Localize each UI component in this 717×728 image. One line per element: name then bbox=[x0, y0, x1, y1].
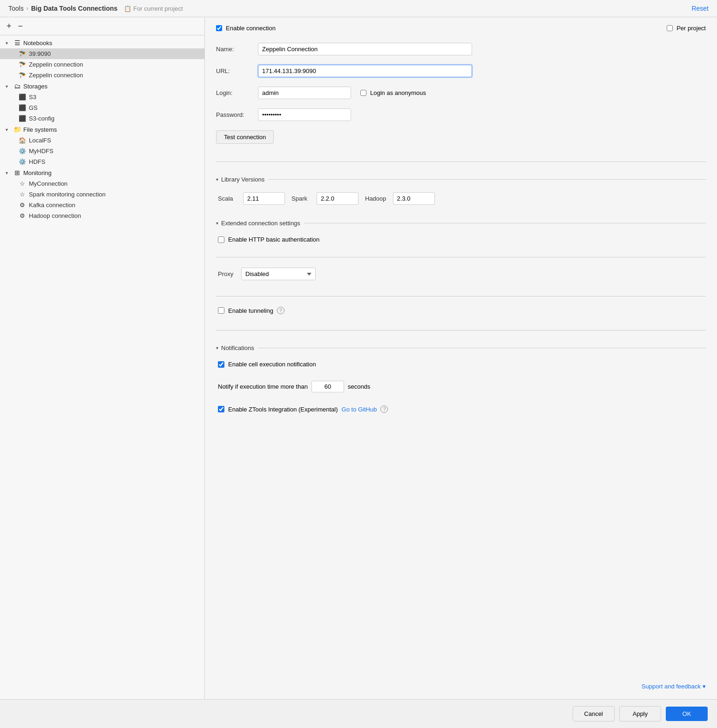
collapse-icon-extended[interactable]: ▾ bbox=[216, 221, 218, 226]
hadoop-field[interactable] bbox=[393, 192, 435, 205]
password-field[interactable] bbox=[258, 108, 351, 121]
localfs-icon: 🏠 bbox=[19, 137, 26, 144]
support-feedback-label: Support and feedback bbox=[642, 683, 701, 690]
tree-group-storages-header[interactable]: ▾ 🗂 Storages bbox=[0, 81, 204, 92]
tunneling-help-icon[interactable]: ? bbox=[277, 307, 284, 314]
test-connection-button[interactable]: Test connection bbox=[216, 130, 274, 144]
notebooks-label: Notebooks bbox=[23, 40, 52, 47]
ztools-checkbox[interactable] bbox=[218, 406, 224, 412]
http-auth-label: Enable HTTP basic authentication bbox=[228, 236, 319, 243]
subtitle-icon: 📋 bbox=[124, 5, 131, 12]
notebook-icon-0: 🪂 bbox=[19, 50, 26, 57]
extended-settings-section: ▾ Extended connection settings bbox=[216, 220, 706, 227]
storages-icon: 🗂 bbox=[13, 82, 21, 90]
tree-group-storages: ▾ 🗂 Storages ⬛ S3 ⬛ GS ⬛ S3-config bbox=[0, 81, 204, 124]
enable-connection-checkbox[interactable] bbox=[216, 25, 222, 31]
ztools-label: Enable ZTools Integration (Experimental) bbox=[228, 406, 338, 413]
tree-item-spark-monitor[interactable]: ☆ Spark monitoring connection bbox=[0, 189, 204, 200]
storages-label: Storages bbox=[23, 83, 47, 90]
tree-item-hadoop[interactable]: ⚙ Hadoop connection bbox=[0, 210, 204, 221]
tree-item-localfs[interactable]: 🏠 LocalFS bbox=[0, 135, 204, 146]
spark-field[interactable] bbox=[317, 192, 358, 205]
monitoring-label: Monitoring bbox=[23, 169, 52, 176]
tree-item-label-s3config: S3-config bbox=[29, 115, 54, 122]
tree-item-zeppelin-1[interactable]: 🪂 Zeppelin connection bbox=[0, 59, 204, 70]
tree-item-zeppelin-2[interactable]: 🪂 Zeppelin connection bbox=[0, 70, 204, 81]
tree-group-filesystems-header[interactable]: ▾ 📁 File systems bbox=[0, 124, 204, 135]
support-feedback-link[interactable]: Support and feedback ▾ bbox=[642, 683, 706, 690]
collapse-icon-notifications[interactable]: ▾ bbox=[216, 345, 218, 351]
enable-connection-label: Enable connection bbox=[226, 25, 276, 32]
tree-item-s3[interactable]: ⬛ S3 bbox=[0, 92, 204, 102]
enable-tunneling-checkbox[interactable] bbox=[218, 307, 224, 314]
notify-time-row: Notify if execution time more than secon… bbox=[216, 381, 706, 392]
hadoop-icon: ⚙ bbox=[19, 212, 26, 219]
enable-connection-area: Enable connection bbox=[216, 25, 276, 32]
notifications-label: Notifications bbox=[221, 344, 254, 351]
apply-button[interactable]: Apply bbox=[619, 706, 661, 721]
per-project-checkbox[interactable] bbox=[667, 25, 673, 31]
tree-item-myconnection[interactable]: ☆ MyConnection bbox=[0, 178, 204, 189]
name-field[interactable] bbox=[258, 43, 472, 55]
subtitle-text: For current project bbox=[133, 5, 183, 12]
tree-item-label-hdfs: HDFS bbox=[29, 158, 45, 165]
add-connection-button[interactable]: + bbox=[6, 22, 13, 30]
right-panel: Enable connection Per project Name: URL:… bbox=[205, 17, 717, 699]
notebook-icon-1: 🪂 bbox=[19, 61, 26, 68]
tree-item-hdfs[interactable]: ⚙️ HDFS bbox=[0, 156, 204, 167]
login-anonymous-checkbox[interactable] bbox=[360, 90, 366, 96]
breadcrumb: Tools › Big Data Tools Connections bbox=[8, 5, 117, 12]
chevron-down-icon: ▾ bbox=[6, 40, 11, 46]
http-auth-checkbox[interactable] bbox=[218, 236, 224, 243]
login-anonymous-label: Login as anonymous bbox=[370, 89, 426, 96]
divider-line-extended bbox=[304, 223, 706, 223]
breadcrumb-separator: › bbox=[27, 5, 28, 12]
login-label: Login: bbox=[216, 89, 253, 96]
tree-item-label-s3: S3 bbox=[29, 94, 36, 101]
tree-item-s3config[interactable]: ⬛ S3-config bbox=[0, 113, 204, 124]
proxy-select[interactable]: Disabled System Manual bbox=[241, 268, 316, 280]
cell-notification-checkbox[interactable] bbox=[218, 361, 224, 368]
url-field[interactable] bbox=[258, 65, 472, 77]
cancel-button[interactable]: Cancel bbox=[573, 706, 615, 721]
s3config-icon: ⬛ bbox=[19, 115, 26, 122]
cell-notification-row: Enable cell execution notification bbox=[216, 361, 706, 368]
notify-time-field[interactable] bbox=[311, 381, 344, 392]
reset-button[interactable]: Reset bbox=[691, 5, 709, 12]
support-dropdown-icon: ▾ bbox=[703, 683, 706, 690]
tree-item-39-9090[interactable]: 🪂 39:9090 bbox=[0, 48, 204, 59]
login-field[interactable] bbox=[258, 87, 351, 99]
ok-button[interactable]: OK bbox=[666, 707, 708, 721]
proxy-label: Proxy bbox=[218, 270, 237, 277]
myconnection-icon: ☆ bbox=[19, 180, 26, 187]
cell-notification-label: Enable cell execution notification bbox=[228, 361, 316, 368]
tree-item-label-myconnection: MyConnection bbox=[29, 180, 68, 187]
ztools-help-icon[interactable]: ? bbox=[380, 405, 388, 413]
scala-field[interactable] bbox=[243, 192, 285, 205]
spark-label: Spark bbox=[291, 195, 310, 202]
tree-item-myhdfs[interactable]: ⚙️ MyHDFS bbox=[0, 146, 204, 156]
github-link[interactable]: Go to GitHub bbox=[342, 406, 377, 413]
tree-item-label-kafka: Kafka connection bbox=[29, 202, 75, 209]
tree-item-kafka[interactable]: ⚙ Kafka connection bbox=[0, 200, 204, 210]
tree-group-filesystems: ▾ 📁 File systems 🏠 LocalFS ⚙️ MyHDFS ⚙️ … bbox=[0, 124, 204, 167]
enable-connection-row: Enable connection Per project bbox=[216, 25, 706, 32]
filesystems-icon: 📁 bbox=[13, 126, 21, 133]
monitoring-icon: ⊞ bbox=[13, 169, 21, 176]
chevron-down-icon-storages: ▾ bbox=[6, 84, 11, 89]
tree-group-notebooks-header[interactable]: ▾ ☰ Notebooks bbox=[0, 37, 204, 48]
gs-icon: ⬛ bbox=[19, 104, 26, 111]
tree-item-label-zeppelin-1: Zeppelin connection bbox=[29, 61, 83, 68]
tree-item-label-hadoop: Hadoop connection bbox=[29, 212, 81, 219]
login-row: Login: Login as anonymous bbox=[216, 87, 706, 99]
password-row: Password: bbox=[216, 108, 706, 121]
url-label: URL: bbox=[216, 67, 253, 74]
http-auth-row: Enable HTTP basic authentication bbox=[216, 236, 706, 243]
collapse-icon-library[interactable]: ▾ bbox=[216, 177, 218, 182]
tree-item-gs[interactable]: ⬛ GS bbox=[0, 102, 204, 113]
remove-connection-button[interactable]: − bbox=[17, 22, 24, 30]
tree-item-label-39-9090: 39:9090 bbox=[29, 50, 51, 57]
notebooks-icon: ☰ bbox=[13, 39, 21, 47]
tree-group-monitoring-header[interactable]: ▾ ⊞ Monitoring bbox=[0, 167, 204, 178]
separator-1 bbox=[216, 162, 706, 162]
